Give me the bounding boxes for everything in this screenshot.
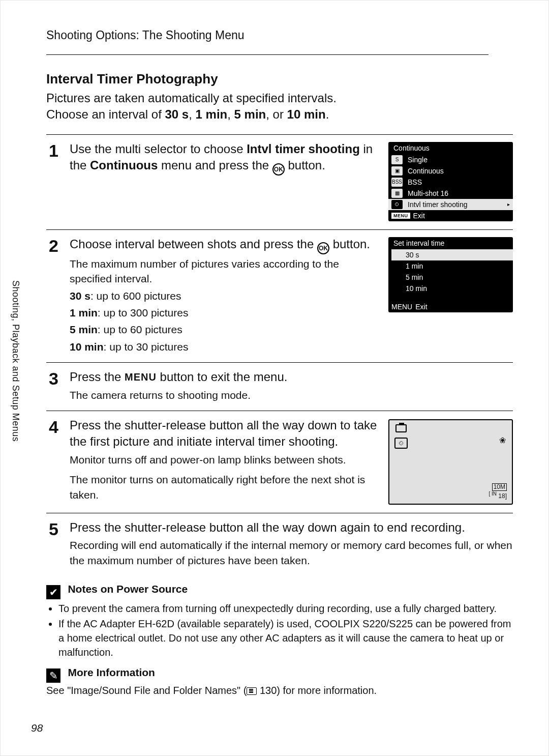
chapter-title: Shooting Options: The Shooting Menu [46, 28, 489, 55]
intro-line1: Pictures are taken automatically at spec… [46, 91, 337, 105]
book-icon [247, 687, 257, 695]
chevron-right-icon: ▸ [507, 201, 510, 207]
step-3: 3 Press the MENU button to exit the menu… [46, 362, 513, 411]
section-tab: Shooting, Playback and Setup Menus [8, 275, 23, 448]
quality-indicator: 10M [ IN 18] [489, 483, 507, 500]
info-icon: ✎ [46, 668, 60, 683]
screen-continuous: Continuous SSingle ▣Continuous BSSBSS ▦M… [388, 142, 513, 221]
timer-icon: ⏲ [394, 438, 408, 449]
step-2: 2 Choose interval between shots and pres… [46, 229, 513, 362]
screen-item-intvl: ⏲Intvl timer shooting▸ [388, 199, 513, 210]
note-title: Notes on Power Source [68, 583, 188, 595]
step-number: 4 [46, 418, 62, 505]
step2-sub: The maximum number of pictures varies ac… [70, 256, 377, 354]
step4-sub: Monitor turns off and power-on lamp blin… [70, 452, 377, 502]
step1-lead: Use the multi selector to choose Intvl t… [70, 141, 377, 176]
camera-icon [395, 424, 407, 432]
menu-tag: MENU [391, 303, 412, 311]
check-icon: ✔ [46, 585, 60, 599]
screen-interval: Set interval time 30 s 1 min 5 min 10 mi… [388, 237, 513, 312]
interval-option-30s: 30 s [388, 249, 513, 260]
intro-text: Pictures are taken automatically at spec… [46, 90, 513, 123]
step5-lead: Press the shutter-release button all the… [70, 519, 513, 536]
screen-item-single: SSingle [388, 154, 513, 165]
note-title: More Information [68, 666, 155, 678]
note-more-info: ✎ More Information See "Image/Sound File… [46, 666, 513, 696]
screen-liveview: ⏲ ❀ 10M [ IN 18] [388, 419, 513, 505]
step-number: 1 [46, 142, 62, 221]
step3-sub: The camera returns to shooting mode. [70, 388, 513, 402]
intro-line2-a: Choose an interval of [46, 107, 165, 121]
screen-title: Set interval time [388, 237, 513, 249]
page-number: 98 [31, 722, 43, 734]
interval-option-1min: 1 min [388, 260, 513, 272]
step2-lead: Choose interval between shots and press … [70, 236, 377, 254]
intro-10min: 10 min [287, 107, 326, 121]
note-list: To prevent the camera from turning off u… [46, 601, 513, 659]
step5-sub: Recording will end automatically if the … [70, 538, 513, 568]
see-reference: See "Image/Sound File and Folder Names" … [46, 685, 513, 696]
note-bullet: If the AC Adapter EH-62D (available sepa… [58, 617, 513, 659]
screen-footer: MENUExit [388, 301, 513, 312]
interval-option-10min: 10 min [388, 283, 513, 294]
section-heading: Interval Timer Photography [46, 71, 513, 87]
step4-lead: Press the shutter-release button all the… [70, 417, 377, 450]
menu-button-label: MENU [125, 370, 157, 384]
screen-footer: MENUExit [388, 210, 513, 221]
note-power-source: ✔ Notes on Power Source To prevent the c… [46, 583, 513, 659]
intro-5min: 5 min [234, 107, 266, 121]
step-4: 4 Press the shutter-release button all t… [46, 411, 513, 513]
step-number: 5 [46, 520, 62, 568]
macro-icon: ❀ [499, 435, 506, 445]
screen-item-bss: BSSBSS [388, 177, 513, 188]
interval-option-5min: 5 min [388, 272, 513, 283]
ok-icon: OK [272, 163, 285, 176]
step-number: 2 [46, 237, 62, 354]
step-1: 1 Use the multi selector to choose Intvl… [46, 134, 513, 229]
ok-icon: OK [317, 242, 329, 254]
menu-tag: MENU [391, 213, 410, 219]
intro-1min: 1 min [196, 107, 228, 121]
intro-30s: 30 s [165, 107, 189, 121]
screen-item-continuous: ▣Continuous [388, 165, 513, 177]
screen-item-multishot16: ▦Multi-shot 16 [388, 188, 513, 199]
screen-title: Continuous [388, 142, 513, 154]
step-5: 5 Press the shutter-release button all t… [46, 513, 513, 576]
note-bullet: To prevent the camera from turning off u… [58, 601, 513, 616]
step3-lead: Press the MENU button to exit the menu. [70, 369, 513, 385]
step-number: 3 [46, 370, 62, 402]
